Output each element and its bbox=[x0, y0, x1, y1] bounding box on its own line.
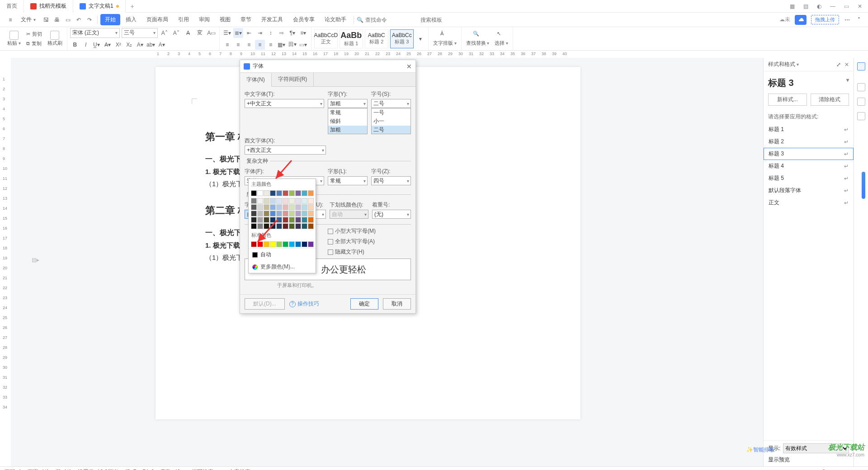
menu-references[interactable]: 引用 bbox=[174, 14, 193, 25]
text-layout-button[interactable]: Ǎ文字排版 bbox=[431, 30, 458, 47]
style-tile-body[interactable]: AaBbCcD正文 bbox=[314, 29, 338, 48]
color-swatch[interactable] bbox=[289, 211, 295, 216]
color-swatch[interactable] bbox=[251, 241, 257, 247]
color-swatch[interactable] bbox=[257, 190, 263, 196]
char-shading-button[interactable]: A▾ bbox=[157, 40, 167, 50]
color-swatch[interactable] bbox=[283, 241, 288, 247]
style-item[interactable]: 标题 4↵ bbox=[764, 160, 854, 172]
style-listbox[interactable]: 常规 倾斜 加粗 bbox=[328, 108, 368, 134]
color-swatch[interactable] bbox=[302, 190, 307, 196]
dialog-title-bar[interactable]: 字体 ✕ bbox=[240, 60, 415, 73]
color-swatch[interactable] bbox=[302, 198, 307, 204]
style-item[interactable]: 默认段落字体↵ bbox=[764, 184, 854, 197]
color-swatch[interactable] bbox=[270, 204, 276, 210]
style-l-select[interactable]: 常规 bbox=[328, 176, 368, 185]
color-swatch[interactable] bbox=[264, 223, 269, 229]
color-swatch[interactable] bbox=[270, 223, 276, 229]
cut-button[interactable]: ✂剪切 bbox=[24, 30, 44, 38]
tab-docer[interactable]: 找稻壳模板 bbox=[24, 0, 73, 13]
collapse-ribbon-icon[interactable]: ˄ bbox=[855, 16, 863, 24]
shading-button[interactable]: ▦▾ bbox=[277, 40, 287, 50]
color-swatch[interactable] bbox=[276, 204, 282, 210]
undo-icon[interactable]: ↶ bbox=[74, 15, 84, 25]
all-caps-check[interactable]: 全部大写字母(A) bbox=[328, 238, 411, 245]
outline-pane-icon[interactable] bbox=[857, 98, 865, 106]
style-gallery-more[interactable]: ▾ bbox=[415, 34, 425, 44]
panel-close-icon[interactable]: ✕ bbox=[844, 61, 849, 68]
increase-indent-button[interactable]: ⇥ bbox=[255, 28, 265, 38]
menu-start[interactable]: 开始 bbox=[100, 14, 120, 25]
line-spacing-button[interactable]: ≡▾ bbox=[298, 28, 308, 38]
font-color-button[interactable]: A▾ bbox=[135, 40, 145, 50]
size-input[interactable]: 二号 bbox=[371, 99, 411, 108]
menu-pagelayout[interactable]: 页面布局 bbox=[142, 14, 173, 25]
color-swatch[interactable] bbox=[289, 204, 295, 210]
color-swatch[interactable] bbox=[264, 211, 269, 216]
menu-insert[interactable]: 插入 bbox=[121, 14, 141, 25]
show-preview-check[interactable]: 显示预览 bbox=[768, 456, 790, 464]
dialog-close-icon[interactable]: ✕ bbox=[406, 63, 412, 70]
nav-page-icon[interactable]: ▤▸ bbox=[32, 257, 39, 263]
menu-section[interactable]: 章节 bbox=[236, 14, 256, 25]
paste-button[interactable]: 粘贴 bbox=[5, 30, 23, 47]
color-swatch[interactable] bbox=[295, 198, 301, 204]
color-swatch[interactable] bbox=[308, 198, 314, 204]
more-icon[interactable]: ⋯ bbox=[844, 16, 851, 24]
color-swatch[interactable] bbox=[289, 241, 295, 247]
color-swatch[interactable] bbox=[295, 223, 301, 229]
dialog-tab-font[interactable]: 字体(N) bbox=[240, 73, 272, 87]
view-read-icon[interactable]: ▭ bbox=[748, 469, 755, 470]
color-swatch[interactable] bbox=[283, 217, 288, 223]
command-search[interactable]: 🔍 bbox=[357, 17, 420, 23]
color-swatch[interactable] bbox=[295, 211, 301, 216]
color-swatch[interactable] bbox=[276, 217, 282, 223]
clear-format-button[interactable]: 清除格式 bbox=[811, 94, 849, 106]
emphasis-select[interactable]: (无) bbox=[372, 210, 411, 219]
print-icon[interactable]: 🖶 bbox=[52, 15, 62, 25]
color-swatch[interactable] bbox=[295, 204, 301, 210]
tips-link[interactable]: ?操作技巧 bbox=[289, 300, 319, 308]
view-web-icon[interactable]: ▤ bbox=[721, 469, 728, 470]
color-swatch[interactable] bbox=[308, 217, 314, 223]
subscript-button[interactable]: X₂ bbox=[124, 40, 134, 50]
hidden-check[interactable]: 隐藏文字(H) bbox=[328, 248, 411, 256]
bullets-button[interactable]: ☰▾ bbox=[222, 28, 232, 38]
color-swatch[interactable] bbox=[264, 241, 269, 247]
style-item[interactable]: 标题 2↵ bbox=[764, 136, 854, 148]
tab-home[interactable]: 首页 bbox=[0, 0, 24, 13]
ok-button[interactable]: 确定 bbox=[350, 298, 378, 310]
color-swatch[interactable] bbox=[251, 211, 257, 216]
menu-thesis[interactable]: 论文助手 bbox=[320, 14, 351, 25]
status-pos[interactable]: 设置值: 13.3厘米 bbox=[78, 468, 118, 470]
hamburger-icon[interactable]: ≡ bbox=[5, 15, 15, 25]
color-swatch[interactable] bbox=[276, 223, 282, 229]
template-search-input[interactable] bbox=[420, 17, 475, 23]
panel-pin-icon[interactable]: ⤢ bbox=[836, 61, 841, 68]
menu-file[interactable]: 文件▾ bbox=[16, 14, 40, 25]
decrease-font-icon[interactable]: A˅ bbox=[171, 28, 181, 38]
style-list[interactable]: 标题 1↵标题 2↵标题 3↵标题 4↵标题 5↵默认段落字体↵正文↵ bbox=[764, 123, 854, 440]
cloud-button[interactable] bbox=[795, 15, 807, 25]
color-swatch[interactable] bbox=[264, 198, 269, 204]
menu-review[interactable]: 审阅 bbox=[194, 14, 214, 25]
dialog-tab-spacing[interactable]: 字符间距(R) bbox=[272, 73, 314, 86]
color-swatch[interactable] bbox=[270, 241, 276, 247]
style-tile-h2[interactable]: AaBbC标题 2 bbox=[365, 29, 388, 48]
status-section[interactable]: 节: 1/1 bbox=[56, 468, 71, 470]
align-left-button[interactable]: ≡ bbox=[222, 40, 232, 50]
color-swatch[interactable] bbox=[302, 204, 307, 210]
color-swatch[interactable] bbox=[308, 241, 314, 247]
phonetic-icon[interactable]: 変 bbox=[195, 28, 205, 38]
color-swatch[interactable] bbox=[257, 241, 263, 247]
view-print-icon[interactable]: ▭ bbox=[708, 469, 715, 470]
copy-button[interactable]: ⧉复制 bbox=[24, 39, 44, 48]
color-swatch[interactable] bbox=[295, 190, 301, 196]
format-painter-button[interactable]: 格式刷 bbox=[46, 30, 64, 47]
color-swatch[interactable] bbox=[295, 217, 301, 223]
color-swatch[interactable] bbox=[308, 223, 314, 229]
apps-icon[interactable]: ▤ bbox=[802, 3, 809, 10]
color-swatch[interactable] bbox=[276, 241, 282, 247]
smart-layout-button[interactable]: ✨智能排版 bbox=[746, 446, 775, 454]
small-caps-check[interactable]: 小型大写字母(M) bbox=[328, 227, 411, 235]
command-search-input[interactable] bbox=[365, 17, 420, 23]
